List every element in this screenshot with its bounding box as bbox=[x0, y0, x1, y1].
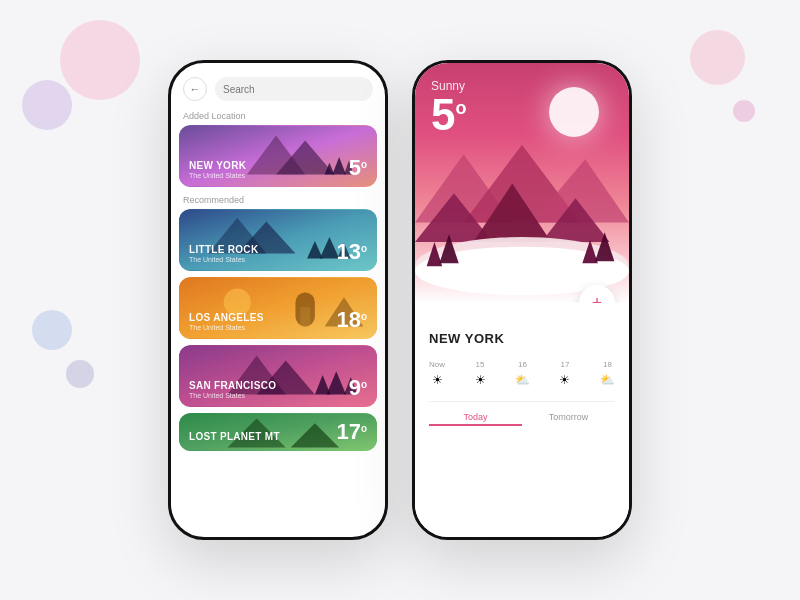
forecast-18: 18 ⛅ bbox=[600, 360, 615, 387]
weather-detail: NEW YORK Now ☀ 15 ☀ 16 ⛅ 17 bbox=[415, 303, 629, 537]
sanfrancisco-country: The United States bbox=[189, 392, 276, 399]
card-losangeles[interactable]: LOS ANGELES The United States 18o bbox=[179, 277, 377, 339]
forecast-now: Now ☀ bbox=[429, 360, 445, 387]
back-button[interactable]: ← bbox=[183, 77, 207, 101]
forecast-row: Now ☀ 15 ☀ 16 ⛅ 17 ☀ bbox=[429, 360, 615, 387]
forecast-15: 15 ☀ bbox=[475, 360, 486, 387]
card-sanfrancisco[interactable]: SAN FRANCISCO The United States 9o bbox=[179, 345, 377, 407]
forecast-time-15: 15 bbox=[476, 360, 485, 369]
forecast-time-now: Now bbox=[429, 360, 445, 369]
card-lostplanet[interactable]: Lost Planet Mt 17o bbox=[179, 413, 377, 451]
forecast-time-16: 16 bbox=[518, 360, 527, 369]
card-newyork[interactable]: NEW YORK The United States 5o bbox=[179, 125, 377, 187]
lostplanet-temp: 17o bbox=[336, 421, 367, 443]
littlerock-country: The United States bbox=[189, 256, 258, 263]
sanfrancisco-temp: 9o bbox=[349, 377, 367, 399]
forecast-time-18: 18 bbox=[603, 360, 612, 369]
forecast-16: 16 ⛅ bbox=[515, 360, 530, 387]
littlerock-card-content: LITTLE ROCK The United States 13o bbox=[179, 209, 377, 271]
recommended-section-label: Recommended bbox=[171, 193, 385, 209]
left-phone: ← Added Location bbox=[168, 60, 388, 540]
newyork-city: NEW YORK bbox=[189, 160, 246, 172]
forecast-icon-18: ⛅ bbox=[600, 373, 615, 387]
newyork-card-content: NEW YORK The United States 5o bbox=[179, 125, 377, 187]
weather-temp-big: 5o bbox=[431, 93, 466, 137]
forecast-icon-17: ☀ bbox=[559, 373, 570, 387]
phones-container: ← Added Location bbox=[168, 60, 632, 540]
losangeles-city: LOS ANGELES bbox=[189, 312, 264, 324]
sanfrancisco-card-content: SAN FRANCISCO The United States 9o bbox=[179, 345, 377, 407]
left-phone-header: ← bbox=[171, 63, 385, 109]
weather-top-text: Sunny 5o bbox=[431, 79, 466, 137]
back-icon: ← bbox=[190, 83, 201, 95]
littlerock-city: LITTLE ROCK bbox=[189, 244, 258, 256]
right-phone: Sunny 5o bbox=[412, 60, 632, 540]
forecast-time-17: 17 bbox=[561, 360, 570, 369]
card-littlerock[interactable]: LITTLE ROCK The United States 13o bbox=[179, 209, 377, 271]
tab-today[interactable]: Today bbox=[429, 412, 522, 426]
weather-scene: Sunny 5o bbox=[415, 63, 629, 303]
losangeles-temp: 18o bbox=[336, 309, 367, 331]
newyork-country: The United States bbox=[189, 172, 246, 179]
lostplanet-card-content: Lost Planet Mt 17o bbox=[179, 413, 377, 451]
search-input[interactable] bbox=[215, 77, 373, 101]
forecast-icon-now: ☀ bbox=[432, 373, 443, 387]
tabs-row: Today Tomorrow bbox=[429, 401, 615, 426]
lostplanet-city: Lost Planet Mt bbox=[189, 431, 280, 443]
littlerock-temp: 13o bbox=[336, 241, 367, 263]
newyork-temp: 5o bbox=[349, 157, 367, 179]
forecast-icon-16: ⛅ bbox=[515, 373, 530, 387]
detail-city: NEW YORK bbox=[429, 331, 615, 346]
sanfrancisco-city: SAN FRANCISCO bbox=[189, 380, 276, 392]
tab-tomorrow[interactable]: Tomorrow bbox=[522, 412, 615, 426]
forecast-icon-15: ☀ bbox=[475, 373, 486, 387]
right-phone-content: Sunny 5o bbox=[415, 63, 629, 537]
losangeles-country: The United States bbox=[189, 324, 264, 331]
added-section-label: Added Location bbox=[171, 109, 385, 125]
losangeles-card-content: LOS ANGELES The United States 18o bbox=[179, 277, 377, 339]
forecast-17: 17 ☀ bbox=[559, 360, 570, 387]
